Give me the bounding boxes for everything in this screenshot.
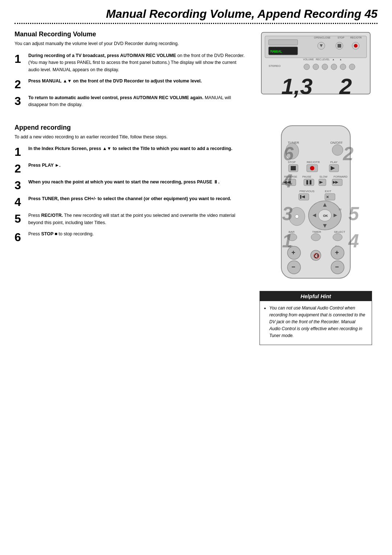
step-number: 3	[15, 94, 25, 107]
svg-text:OPEN/CLOSE: OPEN/CLOSE	[314, 36, 331, 39]
svg-text:REC.LEVEL: REC.LEVEL	[316, 58, 330, 61]
svg-point-38	[310, 166, 314, 170]
top-section: Manual Recording Volume You can adjust m…	[15, 31, 377, 113]
svg-text:✕: ✕	[326, 195, 329, 199]
svg-text:1: 1	[282, 230, 293, 251]
section1-heading: Manual Recording Volume	[15, 31, 247, 38]
step-item: 6 Press STOP ■ to stop recording.	[15, 231, 247, 243]
helpful-hint-list: You can not use Manual Audio Control whe…	[265, 305, 367, 340]
dvd-diagram: MANUAL OPEN/CLOSE STOP REC/OTR VOLUME RE…	[260, 31, 372, 100]
svg-rect-36	[291, 166, 296, 170]
svg-text:SI: SI	[339, 208, 342, 211]
step-text: During recording of a TV broadcast, pres…	[28, 52, 247, 73]
svg-rect-59	[300, 195, 301, 199]
svg-text:SELECT: SELECT	[334, 230, 345, 234]
helpful-hint-body: You can not use Manual Audio Control whe…	[260, 301, 372, 345]
helpful-hint-text: You can not use Manual Audio Control whe…	[269, 305, 365, 339]
step-item: 2 Press MANUAL ▲▼ on the front of the DV…	[15, 78, 247, 90]
svg-rect-48	[304, 179, 314, 186]
step-number: 5	[15, 212, 25, 224]
bottom-left: Append recording To add a new video reco…	[15, 124, 247, 345]
step-text: When you reach the point at which you wa…	[28, 179, 247, 186]
helpful-hint-item: You can not use Manual Audio Control whe…	[269, 305, 367, 340]
helpful-hint-box: Helpful Hint You can not use Manual Audi…	[260, 291, 372, 345]
svg-text:MANUAL: MANUAL	[270, 50, 282, 53]
svg-text:5: 5	[348, 203, 359, 224]
step-text: Press TUNER, then press CH+/- to select …	[28, 195, 247, 202]
step-item: 3 To return to automatic audio level con…	[15, 94, 247, 109]
page-title: Manual Recording Volume, Append Recordin…	[15, 7, 377, 24]
svg-text:6: 6	[283, 143, 294, 164]
svg-text:ON/OFF: ON/OFF	[330, 141, 343, 145]
step-item: 4 Press TUNER, then press CH+/- to selec…	[15, 195, 247, 208]
svg-point-23	[349, 64, 355, 70]
svg-text:OK: OK	[323, 214, 328, 218]
step-bold: REC/OTR.	[41, 213, 63, 218]
svg-point-19	[313, 64, 319, 70]
svg-text:PREVIOUS: PREVIOUS	[299, 190, 314, 193]
top-left: Manual Recording Volume You can adjust m…	[15, 31, 247, 113]
svg-text:SLOW: SLOW	[319, 175, 328, 178]
section2-steps: 1 In the Index Picture Screen, press ▲▼ …	[15, 145, 247, 243]
svg-point-20	[322, 64, 328, 70]
step-bold: Press MANUAL ▲▼ on the front of the DVD …	[28, 78, 202, 84]
svg-text:STEREO: STEREO	[269, 64, 281, 68]
svg-text:4: 4	[282, 170, 293, 191]
svg-point-22	[340, 64, 346, 70]
section2-heading: Append recording	[15, 124, 247, 131]
step-number: 2	[15, 78, 25, 90]
svg-text:2: 2	[343, 143, 354, 164]
svg-text:EXIT: EXIT	[325, 190, 331, 193]
svg-point-31	[332, 145, 343, 155]
svg-text:TIMER: TIMER	[312, 230, 321, 234]
step-item: 5 Press REC/OTR. The new recording will …	[15, 212, 247, 226]
step-text: Press STOP ■ to stop recording.	[28, 231, 247, 238]
svg-point-66	[295, 215, 299, 218]
svg-rect-50	[310, 180, 311, 185]
svg-text:−: −	[335, 263, 339, 271]
svg-text:2: 2	[339, 74, 352, 99]
svg-point-13	[354, 44, 358, 48]
svg-point-80	[333, 234, 342, 241]
bottom-section: Append recording To add a new video reco…	[15, 124, 377, 345]
section2-intro: To add a new video recording to an earli…	[15, 134, 247, 141]
svg-text:REC/OTR: REC/OTR	[350, 36, 362, 39]
step-text: To return to automatic audio level contr…	[28, 94, 247, 109]
step-number: 4	[15, 195, 25, 208]
svg-text:VOLUME: VOLUME	[303, 58, 314, 61]
svg-text:PAUSE: PAUSE	[302, 175, 311, 178]
step-number: 1	[15, 52, 25, 65]
page-container: Manual Recording Volume, Append Recordin…	[0, 0, 392, 555]
svg-rect-12	[338, 44, 341, 48]
svg-text:FORWARD: FORWARD	[334, 175, 348, 178]
step-number: 3	[15, 179, 25, 191]
step-bold: During recording of a TV broadcast, pres…	[28, 53, 176, 58]
step-item: 2 Press PLAY ►.	[15, 162, 247, 174]
svg-text:3: 3	[282, 203, 293, 224]
step-bold: To return to automatic audio level contr…	[28, 95, 203, 100]
step-bold: Press TUNER, then press CH+/- to select …	[28, 196, 231, 201]
step-text: Press MANUAL ▲▼ on the front of the DVD …	[28, 78, 247, 85]
remote-diagram: TUNER ON/OFF STOP REC/OTR PLAY	[260, 124, 372, 280]
svg-rect-2	[269, 40, 298, 45]
step-bold: Press PLAY ►.	[28, 163, 61, 168]
step-text: Press REC/OTR. The new recording will st…	[28, 212, 247, 226]
step-item: 1 In the Index Picture Screen, press ▲▼ …	[15, 145, 247, 158]
svg-text:▲: ▲	[339, 58, 342, 61]
step-bold: When you reach the point at which you wa…	[28, 179, 220, 185]
svg-rect-49	[306, 180, 308, 185]
svg-text:▲: ▲	[332, 58, 335, 61]
step-item: 1 During recording of a TV broadcast, pr…	[15, 52, 247, 73]
svg-point-79	[311, 234, 320, 241]
svg-text:4: 4	[348, 230, 359, 251]
step-number: 1	[15, 145, 25, 158]
step-text: In the Index Picture Screen, press ▲▼ to…	[28, 145, 247, 152]
helpful-hint-title: Helpful Hint	[260, 291, 372, 301]
svg-point-21	[331, 64, 337, 70]
svg-text:PLAY: PLAY	[330, 161, 338, 164]
step-number: 2	[15, 162, 25, 174]
step-bold: STOP ■	[41, 231, 57, 236]
svg-text:REC/OTR: REC/OTR	[307, 161, 320, 164]
svg-text:−: −	[291, 263, 295, 271]
dvd-diagram-container: MANUAL OPEN/CLOSE STOP REC/OTR VOLUME RE…	[254, 31, 377, 113]
